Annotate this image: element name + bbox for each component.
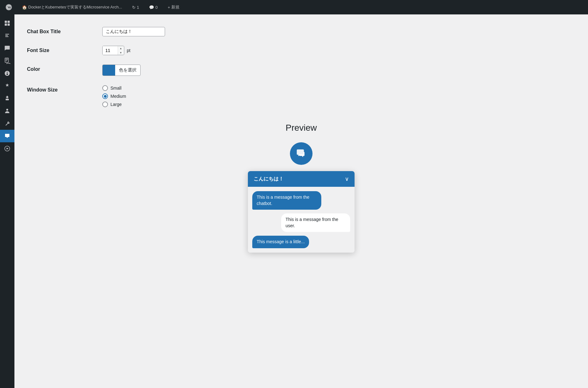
site-title: DockerとKubernetesで実装するMicroservice Arch.… [28, 4, 122, 10]
window-size-radio-group: Small Medium Large [102, 85, 126, 107]
window-size-label: Window Size [27, 85, 96, 93]
sidebar-item-posts[interactable] [0, 29, 14, 42]
admin-bar-refresh[interactable]: ↻ 1 [130, 0, 142, 14]
refresh-count: 1 [137, 5, 139, 10]
sidebar-item-feedback[interactable] [0, 67, 14, 80]
admin-bar-home[interactable]: 🏠 DockerとKubernetesで実装するMicroservice Arc… [19, 0, 125, 14]
chat-box-title-row: Chat Box Title [27, 27, 575, 36]
preview-title: Preview [286, 123, 317, 133]
sidebar-item-users[interactable] [0, 105, 14, 117]
font-size-label: Font Size [27, 46, 96, 53]
chat-box-title-input[interactable] [102, 27, 165, 36]
svg-rect-7 [6, 60, 8, 60]
svg-point-10 [6, 109, 8, 111]
window-size-medium-radio[interactable] [102, 93, 108, 99]
chat-window-title: こんにちは！ [254, 176, 284, 182]
chat-box-title-control [102, 27, 165, 36]
font-size-up-button[interactable]: ▲ [118, 46, 124, 50]
window-size-large-label: Large [110, 102, 122, 107]
preview-section: Preview こんにちは！ ∨ This is a message from … [27, 123, 575, 253]
font-size-unit: pt [127, 48, 131, 53]
admin-bar: 🏠 DockerとKubernetesで実装するMicroservice Arc… [0, 0, 588, 14]
color-swatch [103, 65, 115, 76]
svg-rect-8 [6, 60, 7, 61]
chat-header: こんにちは！ ∨ [248, 171, 355, 187]
svg-rect-9 [7, 63, 10, 64]
window-size-small-option[interactable]: Small [102, 85, 126, 91]
svg-rect-4 [8, 24, 10, 26]
font-size-control: ▲ ▼ pt [102, 46, 131, 55]
comment-icon: 💬 [149, 5, 154, 10]
color-picker-button[interactable]: 色を選択 [102, 65, 141, 76]
window-size-row: Window Size Small Medium Large [27, 85, 575, 107]
window-size-large-option[interactable]: Large [102, 102, 126, 107]
sidebar-item-appearance[interactable] [0, 80, 14, 92]
svg-rect-2 [8, 21, 10, 23]
svg-rect-6 [6, 59, 8, 59]
new-label: 新規 [171, 4, 179, 10]
sidebar-item-dashboard[interactable] [0, 17, 14, 29]
window-size-large-radio[interactable] [102, 102, 108, 107]
font-size-input-wrap: ▲ ▼ [102, 46, 124, 55]
admin-bar-new[interactable]: + 新規 [165, 0, 182, 14]
font-size-down-button[interactable]: ▼ [118, 50, 124, 55]
sidebar-item-plugins[interactable] [0, 92, 14, 105]
main-content: Chat Box Title Font Size ▲ ▼ pt Color 色を… [14, 14, 588, 388]
color-button-label: 色を選択 [115, 66, 140, 75]
sidebar-item-tools[interactable] [0, 117, 14, 130]
chat-window-preview: こんにちは！ ∨ This is a message from the chat… [248, 171, 355, 253]
font-size-spinners: ▲ ▼ [118, 46, 124, 55]
sidebar-item-chatbot[interactable] [0, 130, 14, 142]
svg-rect-3 [5, 24, 7, 26]
chat-message-bot-1: This is a message from the chatbot. [252, 191, 321, 210]
window-size-small-radio[interactable] [102, 85, 108, 91]
font-size-input[interactable] [103, 46, 118, 55]
chat-body: This is a message from the chatbot. This… [248, 187, 355, 253]
svg-rect-1 [5, 21, 7, 23]
wp-logo-icon[interactable] [3, 2, 14, 13]
color-row: Color 色を選択 [27, 65, 575, 76]
sidebar-item-comments[interactable] [0, 42, 14, 55]
color-label: Color [27, 65, 96, 72]
chat-message-bot-2: This message is a little... [252, 236, 309, 248]
refresh-icon: ↻ [132, 5, 136, 10]
admin-bar-comments[interactable]: 💬 0 [147, 0, 160, 14]
window-size-medium-label: Medium [110, 94, 126, 99]
chat-box-title-label: Chat Box Title [27, 27, 96, 34]
sidebar [0, 14, 14, 388]
chat-bubble-icon-button[interactable] [290, 142, 313, 165]
svg-marker-12 [7, 148, 8, 149]
plus-icon: + [168, 5, 170, 10]
color-control: 色を選択 [102, 65, 141, 76]
home-icon: 🏠 [22, 5, 27, 10]
sidebar-item-media[interactable] [0, 142, 14, 155]
window-size-control: Small Medium Large [102, 85, 126, 107]
comment-count: 0 [155, 5, 158, 10]
font-size-row: Font Size ▲ ▼ pt [27, 46, 575, 55]
window-size-medium-option[interactable]: Medium [102, 93, 126, 99]
sidebar-item-pages[interactable] [0, 55, 14, 67]
chat-message-user-1: This is a message from the user. [281, 213, 350, 232]
window-size-small-label: Small [110, 86, 121, 91]
chat-chevron-icon[interactable]: ∨ [345, 176, 349, 182]
